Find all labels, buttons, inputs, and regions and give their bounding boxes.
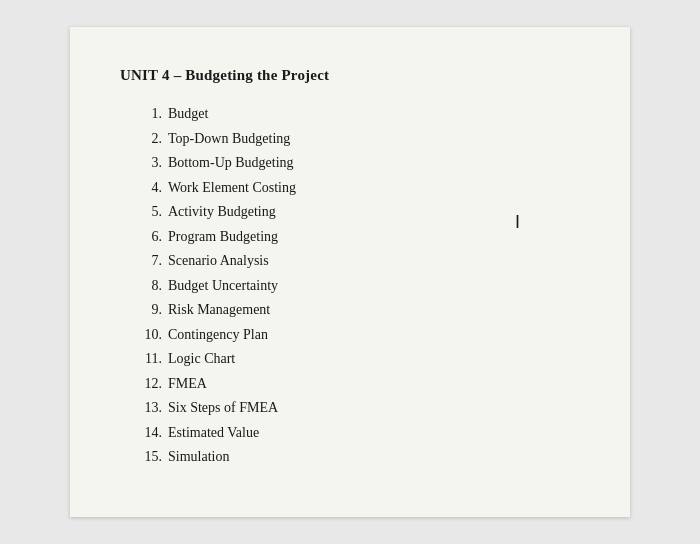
list-item: 8.Budget Uncertainty xyxy=(140,274,580,299)
list-item-number: 5. xyxy=(140,200,168,225)
list-item: 11.Logic Chart xyxy=(140,347,580,372)
list-item: 9.Risk Management xyxy=(140,298,580,323)
list-item-text: Six Steps of FMEA xyxy=(168,396,278,421)
list-item-text: Risk Management xyxy=(168,298,270,323)
list-item-text: Estimated Value xyxy=(168,421,259,446)
list-item: 12.FMEA xyxy=(140,372,580,397)
list-item-text: Work Element Costing xyxy=(168,176,296,201)
list-item: 3.Bottom-Up Budgeting xyxy=(140,151,580,176)
list-item: 4.Work Element Costing xyxy=(140,176,580,201)
list-item-number: 4. xyxy=(140,176,168,201)
list-item-number: 7. xyxy=(140,249,168,274)
list-item: 2.Top-Down Budgeting xyxy=(140,127,580,152)
list-item-text: Activity Budgeting xyxy=(168,200,276,225)
list-item-number: 6. xyxy=(140,225,168,250)
list-item-text: FMEA xyxy=(168,372,207,397)
list-item-number: 13. xyxy=(140,396,168,421)
list-item: 1.Budget xyxy=(140,102,580,127)
list-item-number: 3. xyxy=(140,151,168,176)
list-item-text: Budget xyxy=(168,102,208,127)
list-item-number: 14. xyxy=(140,421,168,446)
list-item-number: 11. xyxy=(140,347,168,372)
list-item-text: Budget Uncertainty xyxy=(168,274,278,299)
list-item: 10.Contingency Plan xyxy=(140,323,580,348)
page-title: UNIT 4 – Budgeting the Project xyxy=(120,67,580,84)
list-item-number: 15. xyxy=(140,445,168,470)
list-item-number: 8. xyxy=(140,274,168,299)
list-item: 7.Scenario Analysis xyxy=(140,249,580,274)
list-item-text: Contingency Plan xyxy=(168,323,268,348)
text-cursor: I xyxy=(515,212,520,233)
list-item: 13.Six Steps of FMEA xyxy=(140,396,580,421)
list-item-text: Bottom-Up Budgeting xyxy=(168,151,294,176)
document-page: UNIT 4 – Budgeting the Project 1.Budget2… xyxy=(70,27,630,517)
list-item-number: 9. xyxy=(140,298,168,323)
list-item: 15.Simulation xyxy=(140,445,580,470)
list-item-text: Scenario Analysis xyxy=(168,249,269,274)
list-item-text: Simulation xyxy=(168,445,229,470)
list-item-number: 1. xyxy=(140,102,168,127)
list-item-number: 10. xyxy=(140,323,168,348)
list-item-text: Top-Down Budgeting xyxy=(168,127,290,152)
list-item: 14.Estimated Value xyxy=(140,421,580,446)
item-list: 1.Budget2.Top-Down Budgeting3.Bottom-Up … xyxy=(120,102,580,470)
list-item-number: 12. xyxy=(140,372,168,397)
list-item-text: Logic Chart xyxy=(168,347,235,372)
list-item-text: Program Budgeting xyxy=(168,225,278,250)
list-item-number: 2. xyxy=(140,127,168,152)
